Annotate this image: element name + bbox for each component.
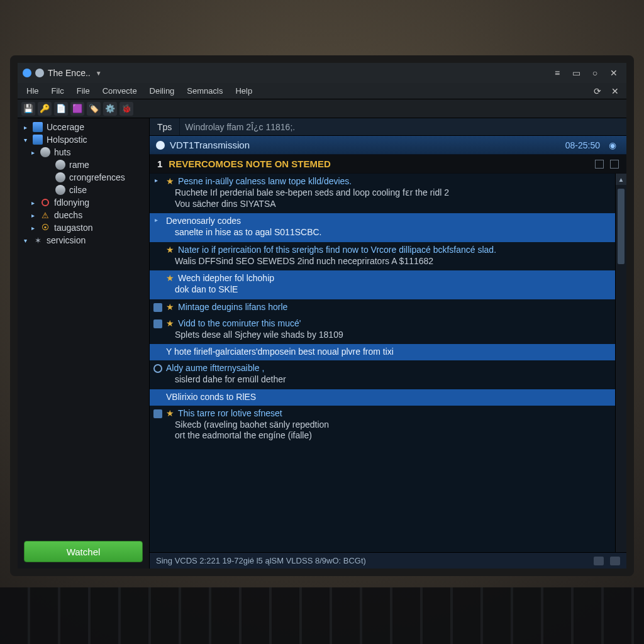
sidebar-item[interactable]: ▸⦿taugaston	[19, 221, 149, 234]
banner-text: REVERCOMOES NOTE ON STEMED	[169, 158, 331, 169]
row-body: sislerd dahe for emüll dether	[166, 373, 609, 386]
folder-icon	[33, 135, 43, 145]
message-list: ▸★Pesne in-aülly calness lanw tope klld/…	[150, 174, 615, 552]
sidebar-item[interactable]: ▸huts	[19, 146, 149, 158]
list-item[interactable]: ▸★Pesne in-aülly calness lanw tope klld/…	[150, 174, 615, 213]
user-icon	[55, 160, 65, 170]
row-twist-icon[interactable]: ▸	[155, 177, 158, 184]
doc-icon	[153, 409, 162, 418]
panel-close-icon[interactable]: ✕	[608, 84, 623, 99]
row-body: dok dan to SKlE	[166, 283, 609, 296]
twist-icon[interactable]: ▸	[29, 199, 36, 206]
list-item[interactable]: ★Wech idepher fol lchohipdok dan to SKlE	[150, 270, 615, 299]
list-item[interactable]: ▸Devenosarly codessanelte in hise as to …	[150, 213, 615, 242]
banner-number: 1	[157, 158, 162, 169]
key-icon[interactable]: 🔑	[38, 102, 52, 116]
lock-icon: ⦿	[40, 223, 50, 233]
status-icon-1[interactable]	[594, 557, 604, 565]
sidebar-item[interactable]: ▸Uccerage	[19, 121, 149, 133]
row-title: VBlirixio conds to RlES	[166, 392, 256, 402]
banner-box-icon-2[interactable]	[610, 160, 619, 169]
maximize-button[interactable]: ○	[587, 65, 602, 80]
sidebar-item-label: crongrefences	[69, 172, 125, 182]
menu-deiling[interactable]: Deiling	[145, 85, 180, 97]
sidebar-item[interactable]: cilse	[19, 184, 149, 196]
app-icon-2	[35, 69, 44, 77]
row-body: sanelte in hise as to agal S011SCBC.	[166, 226, 609, 238]
scroll-up-icon[interactable]: ▲	[616, 174, 626, 185]
section-info-icon[interactable]: ◉	[605, 138, 620, 153]
section-title: VDT1Transmission	[170, 140, 250, 150]
watch-button[interactable]: Watchel	[24, 541, 143, 562]
circle-icon	[153, 364, 162, 373]
sidebar-item-label: rame	[69, 160, 89, 170]
close-button[interactable]: ✕	[606, 65, 621, 80]
sidebar-item[interactable]: crongrefences	[19, 171, 149, 184]
tag-icon[interactable]: 🏷️	[87, 102, 101, 116]
twist-icon[interactable]: ▸	[29, 225, 36, 231]
error-icon	[40, 197, 50, 208]
content-pane: Tps Windrolay ffam 2Î¿c 11816;. VDT1Tran…	[150, 118, 626, 569]
sidebar-item[interactable]: ▸⚠duechs	[19, 209, 149, 221]
refresh-icon[interactable]: ⟳	[590, 84, 605, 99]
list-item[interactable]: Y hote firiefl-galrciaters'dmposein best…	[150, 344, 615, 360]
row-title: Devenosarly codes	[166, 216, 241, 226]
sidebar-item[interactable]: rame	[19, 158, 149, 171]
doc-icon[interactable]: 📄	[54, 102, 68, 116]
row-title: Y hote firiefl-galrciaters'dmposein best…	[166, 347, 394, 357]
gear-icon[interactable]: ⚙️	[103, 102, 117, 116]
menu-icon[interactable]: ≡	[550, 65, 565, 80]
gear-icon: ✶	[33, 235, 43, 245]
star-icon: ★	[166, 318, 174, 328]
sidebar-item[interactable]: ▾Holspostic	[19, 133, 149, 146]
twist-icon[interactable]: ▾	[21, 136, 29, 143]
menu-convecte[interactable]: Convecte	[97, 85, 142, 97]
cube-icon[interactable]: 🟪	[70, 102, 84, 116]
twist-icon[interactable]: ▸	[29, 212, 36, 219]
status-icon-2[interactable]	[610, 557, 620, 565]
tab-tps[interactable]: Tps	[150, 118, 180, 135]
menu-hle[interactable]: Hle	[21, 85, 44, 97]
title-dropdown-icon[interactable]: ▼	[96, 70, 102, 77]
star-icon: ★	[166, 408, 174, 418]
user-icon	[55, 172, 65, 182]
tab-path: Windrolay ffam 2Î¿c 11816;.	[180, 118, 626, 135]
sidebar-item-label: Holspostic	[47, 135, 87, 145]
doc-icon	[153, 303, 162, 312]
scroll-thumb[interactable]	[618, 189, 625, 264]
twist-icon[interactable]: ▸	[29, 149, 36, 156]
bug-icon[interactable]: 🐞	[119, 102, 133, 116]
warning-icon: ⚠	[40, 210, 50, 220]
list-item[interactable]: ★Vidd to the comiruter this mucé'Splets …	[150, 316, 615, 345]
list-item[interactable]: VBlirixio conds to RlES	[150, 389, 615, 406]
sidebar-item[interactable]: ▾✶servicsion	[19, 234, 149, 247]
twist-icon[interactable]: ▸	[21, 124, 29, 131]
sidebar-item[interactable]: ▸fdlonying	[19, 196, 149, 209]
star-icon: ★	[166, 273, 174, 283]
menu-help[interactable]: Help	[230, 85, 257, 97]
row-body: Splets dese all Sjchey wile shads by 181…	[166, 328, 609, 341]
scrollbar[interactable]: ▲	[615, 174, 626, 552]
minimize-button[interactable]: ▭	[569, 65, 584, 80]
menubar: Hle Filc File Convecte Deiling Semnacls …	[18, 83, 626, 99]
window-title: The Ence..	[48, 68, 91, 78]
row-body: Sikecb (raveling baohet sänly repedtiono…	[166, 418, 609, 441]
list-item[interactable]: ★Nater io if perircaition fof this sreri…	[150, 242, 615, 271]
list-item[interactable]: ★Mintage deugins lifans horle	[150, 299, 615, 316]
save-icon[interactable]: 💾	[21, 102, 35, 116]
menu-semnacls[interactable]: Semnacls	[182, 85, 228, 97]
row-title: Pesne in-aülly calness lanw tope klld/de…	[178, 176, 352, 186]
row-title: This tarre ror lotive sfneset	[178, 408, 282, 418]
row-twist-icon[interactable]: ▸	[155, 216, 158, 223]
row-title: Nater io if perircaition fof this srerig…	[178, 245, 496, 255]
twist-icon[interactable]: ▾	[21, 237, 29, 244]
list-item[interactable]: Aldy aume iftternysaible ,sislerd dahe f…	[150, 360, 615, 389]
menu-filc[interactable]: Filc	[47, 85, 69, 97]
star-icon: ★	[166, 302, 174, 312]
row-title: Wech idepher fol lchohip	[178, 273, 274, 283]
row-title: Mintage deugins lifans horle	[178, 302, 287, 312]
sidebar-item-label: fdlonying	[54, 197, 89, 208]
menu-file[interactable]: File	[72, 85, 95, 97]
list-item[interactable]: ★This tarre ror lotive sfnesetSikecb (ra…	[150, 406, 615, 445]
banner-box-icon[interactable]	[595, 160, 604, 169]
